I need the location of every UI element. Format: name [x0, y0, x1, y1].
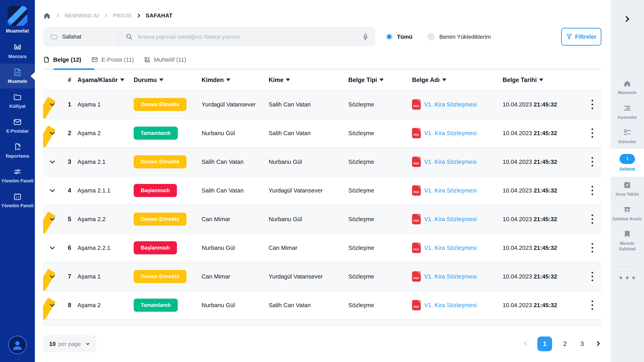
document-link[interactable]: V1. Kira Sözleşmesi	[424, 158, 477, 165]
table-row: 2 Aşama 2 Tamamlandı Nurbanu Gül Salih C…	[43, 119, 602, 148]
app-logo[interactable]: Muamelat	[6, 6, 29, 34]
col-name[interactable]: Belge Adı	[412, 76, 502, 84]
row-number: 4	[62, 187, 78, 194]
row-menu-kebab[interactable]	[583, 128, 602, 138]
radio-benim-yuklediklerim-label[interactable]: Benim Yüklediklerim	[440, 34, 491, 40]
table-row: 4 Aşama 2.1.1 Başlanmadı Salih Can Vatan…	[43, 176, 602, 205]
prev-page-button[interactable]	[522, 340, 528, 347]
sort-caret-icon	[159, 78, 164, 81]
col-stage[interactable]: Aşama/Klasör	[78, 76, 134, 84]
col-type[interactable]: Belge Tipi	[348, 76, 412, 84]
document-link[interactable]: V1. Kira Sözleşmesi	[424, 244, 477, 251]
sidebar-item-yonetim-paneli-2[interactable]: Yönetim Paneli	[0, 188, 35, 213]
row-menu-kebab[interactable]	[583, 214, 602, 224]
rail-more-button[interactable]	[620, 276, 635, 279]
ribbon-marker	[43, 298, 56, 320]
radio-benim-yuklediklerim[interactable]	[427, 33, 435, 40]
row-number: 1	[62, 101, 78, 108]
search-input[interactable]: Arama yapmak istediğiniz ifadeyi yazınız	[119, 33, 375, 40]
chevron-down-icon	[85, 342, 90, 346]
breadcrumb-newmind-ai[interactable]: NEWMIND AI	[64, 12, 99, 19]
row-doc-type: Sözleşme	[348, 130, 412, 136]
row-menu-kebab[interactable]	[583, 186, 602, 195]
row-doc-type: Sözleşme	[348, 302, 412, 308]
table-row-partial	[43, 320, 602, 326]
row-menu-kebab[interactable]	[583, 300, 602, 310]
expand-chevron-icon[interactable]	[49, 273, 56, 280]
sidebar-item-muamele[interactable]: Muamele	[0, 64, 35, 88]
envelope-icon	[91, 56, 98, 63]
sidebar-item-raporlama[interactable]: Raporlama	[0, 138, 35, 163]
document-link[interactable]: V1. Kira Sözleşmesi	[424, 130, 477, 136]
col-date[interactable]: Belge Tarihi	[502, 76, 583, 84]
rail-item-asamalar[interactable]: Aşamalar	[610, 100, 644, 124]
page-1-button[interactable]: 1	[537, 336, 552, 351]
row-doc-type: Sözleşme	[348, 273, 412, 280]
row-from: Can Mimar	[202, 216, 269, 222]
active-tab-indicator	[54, 68, 94, 70]
sliders-icon	[13, 168, 22, 176]
row-doc-type: Sözleşme	[348, 216, 412, 222]
row-from: Nurbanu Gül	[202, 244, 269, 251]
row-number: 2	[62, 130, 78, 137]
document-link[interactable]: V1. Kira Sözleşmesi	[424, 101, 477, 108]
col-from[interactable]: Kimden	[202, 76, 269, 84]
rail-collapse-button[interactable]	[621, 13, 633, 25]
row-menu-kebab[interactable]	[583, 243, 602, 252]
expand-chevron-icon[interactable]	[49, 130, 56, 136]
tab-muhtelif[interactable]: Muhtelif (11)	[144, 56, 186, 63]
row-number: 8	[62, 302, 78, 309]
document-link[interactable]: V1. Kira Sözleşmesi	[424, 302, 477, 308]
next-page-button[interactable]	[595, 340, 602, 348]
breadcrumb-proje[interactable]: PROJE	[113, 12, 132, 19]
row-from: Salih Can Vatan	[202, 187, 269, 194]
rail-item-imza-takibi[interactable]: İmza Takibi	[610, 177, 644, 201]
search-context-chip[interactable]: Safahat	[43, 33, 118, 40]
rail-item-muamele[interactable]: Muamele	[610, 75, 644, 100]
row-date: 10.04.2023 21:45:32	[502, 216, 583, 222]
sidebar-item-manzara[interactable]: Manzara	[0, 39, 35, 64]
row-menu-kebab[interactable]	[583, 272, 602, 281]
ribbon-marker	[43, 97, 56, 119]
tab-belge[interactable]: Belge (12)	[43, 56, 81, 63]
radio-tumu-label[interactable]: Tümü	[397, 34, 412, 40]
home-icon[interactable]	[43, 12, 51, 20]
rail-item-safahat-analiz[interactable]: Safahat Analiz	[610, 201, 644, 226]
home-icon	[623, 80, 631, 88]
pdf-icon: PDF	[412, 300, 421, 310]
sort-caret-icon	[286, 78, 290, 81]
tab-eposta[interactable]: E-Posta (11)	[91, 56, 134, 63]
row-menu-kebab[interactable]	[583, 157, 602, 166]
expand-chevron-icon[interactable]	[49, 158, 56, 165]
row-menu-kebab[interactable]	[583, 100, 602, 109]
expand-chevron-icon[interactable]	[49, 187, 56, 194]
per-page-select[interactable]: 10 per page	[43, 335, 96, 352]
row-number: 5	[62, 216, 78, 223]
table-row: 7 Aşama 1 Devam Etmekte Can Mimar Yurdag…	[43, 262, 602, 291]
sidebar-item-yonetim-paneli[interactable]: Yönetim Paneli	[0, 163, 35, 188]
user-avatar[interactable]	[8, 336, 27, 354]
sidebar-item-kulliyat[interactable]: Külliyat	[0, 88, 35, 113]
expand-chevron-icon[interactable]	[49, 101, 56, 108]
document-link[interactable]: V1. Kira Sözleşmesi	[424, 216, 477, 222]
page-3-button[interactable]: 3	[578, 340, 586, 348]
rail-item-safahat[interactable]: Safahat	[610, 149, 644, 177]
page-2-button[interactable]: 2	[561, 340, 569, 348]
microphone-icon[interactable]	[362, 33, 369, 40]
row-from: Can Mimar	[202, 273, 269, 280]
expand-chevron-icon[interactable]	[49, 302, 56, 308]
row-stage: Aşama 1	[78, 273, 134, 280]
rail-item-mesele-safahati[interactable]: Mesele Safahati	[610, 226, 644, 256]
rail-item-gorevler[interactable]: Görevler	[610, 124, 644, 149]
expand-chevron-icon[interactable]	[49, 216, 56, 222]
sidebar-item-epostalar[interactable]: E-Postalar	[0, 113, 35, 138]
expand-chevron-icon[interactable]	[49, 244, 56, 251]
document-link[interactable]: V1. Kira Sözleşmesi	[424, 273, 477, 280]
filters-button[interactable]: Filtreler	[561, 28, 602, 46]
col-to[interactable]: Kime	[269, 76, 348, 84]
document-icon	[13, 68, 22, 77]
radio-tumu[interactable]	[386, 33, 393, 40]
document-link[interactable]: V1. Kira Sözleşmesi	[424, 187, 477, 194]
row-date: 10.04.2023 21:45:32	[502, 187, 583, 194]
col-status[interactable]: Durumu	[134, 76, 202, 84]
